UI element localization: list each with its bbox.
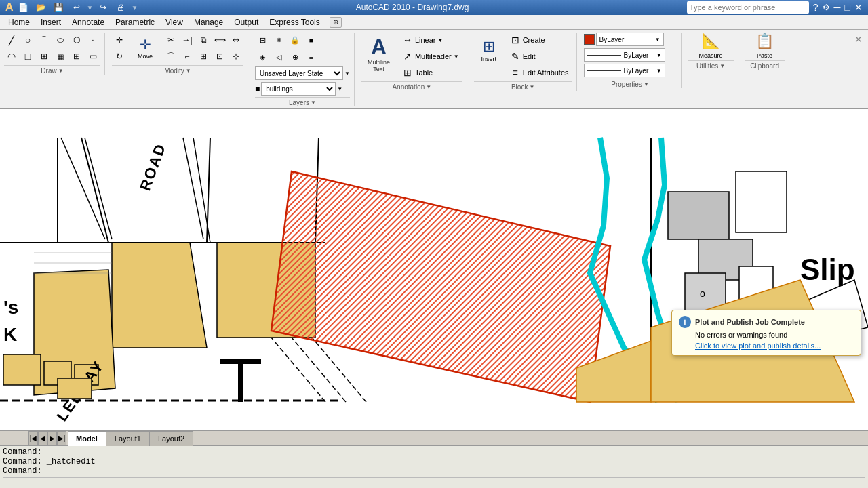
properties-expand-icon[interactable]: ▼: [644, 81, 649, 87]
explode-icon[interactable]: ⊹: [229, 49, 243, 64]
tab-layout2[interactable]: Layout2: [150, 431, 193, 446]
undo-icon[interactable]: ↩: [69, 0, 84, 15]
layer-name-dropdown[interactable]: buildings: [261, 82, 336, 96]
polyline-icon[interactable]: ⌒: [37, 33, 52, 47]
tab-last-icon[interactable]: ▶|: [57, 431, 66, 446]
tab-layout1[interactable]: Layout1: [106, 431, 150, 446]
layer-walk-icon[interactable]: ⊕: [288, 49, 302, 64]
ribbon-close-icon[interactable]: ✕: [854, 34, 863, 45]
ellipse-icon[interactable]: ⬭: [53, 33, 68, 47]
multileader-dropdown-icon[interactable]: ▼: [454, 54, 459, 60]
arc-icon[interactable]: ◠: [4, 49, 19, 64]
menu-output[interactable]: Output: [229, 16, 264, 28]
stretch-icon[interactable]: ⇔: [229, 33, 243, 47]
tab-model[interactable]: Model: [68, 431, 106, 446]
layer-state-icon[interactable]: ◈: [255, 49, 270, 64]
properties-controls: ByLayer ▼ ByLayer ▼: [584, 33, 677, 77]
array-icon[interactable]: ⊞: [196, 49, 211, 64]
move-big-icon[interactable]: ✛: [140, 37, 151, 53]
cmd-input[interactable]: [3, 481, 865, 489]
extend-icon[interactable]: →|: [180, 33, 195, 47]
tab-prev-icon[interactable]: ◀: [38, 431, 47, 446]
fillet-icon[interactable]: ⌒: [163, 49, 178, 64]
open-file-icon[interactable]: 📂: [34, 0, 49, 15]
menu-annotate[interactable]: Annotate: [66, 16, 110, 28]
draw-expand-icon[interactable]: ▼: [58, 68, 64, 74]
print-icon[interactable]: 🖨: [113, 0, 128, 15]
linetype-dropdown[interactable]: ByLayer ▼: [584, 48, 665, 62]
layer-color-icon[interactable]: ■: [304, 33, 319, 47]
rectangle-icon[interactable]: □: [20, 49, 35, 64]
maximize-btn[interactable]: □: [845, 2, 850, 13]
layer-props-icon[interactable]: ⊟: [255, 33, 270, 47]
mirror-icon[interactable]: ⟺: [212, 33, 227, 47]
layers-expand-icon[interactable]: ▼: [311, 100, 316, 106]
menu-view[interactable]: View: [160, 16, 189, 28]
circle-icon[interactable]: ○: [20, 33, 35, 47]
search-bar[interactable]: [687, 1, 809, 14]
menu-parametric[interactable]: Parametric: [110, 16, 160, 28]
point-icon[interactable]: ·: [85, 33, 100, 47]
table-icon[interactable]: ⊞: [69, 49, 84, 64]
insert-block-label: Insert: [481, 56, 496, 62]
minimize-btn[interactable]: ─: [834, 2, 841, 13]
gradient-icon[interactable]: ▦: [53, 49, 68, 64]
annotation-expand-icon[interactable]: ▼: [426, 84, 431, 90]
tab-first-icon[interactable]: |◀: [28, 431, 38, 446]
create-block-btn[interactable]: ⊡ Create: [507, 33, 572, 47]
close-clipboard-btn[interactable]: [859, 4, 865, 8]
svg-rect-30: [736, 171, 787, 232]
layer-freeze-icon[interactable]: ❄: [271, 33, 286, 47]
utilities-expand-icon[interactable]: ▼: [719, 63, 725, 69]
multiline-text-btn[interactable]: A MultilineText: [361, 33, 396, 76]
search-input[interactable]: [687, 3, 809, 12]
menu-home[interactable]: Home: [3, 16, 35, 28]
edit-attribs-btn[interactable]: ≡ Edit Attributes: [507, 65, 572, 80]
menu-express-tools[interactable]: Express Tools: [264, 16, 325, 28]
linear-dim-btn[interactable]: ↔ Linear ▼: [399, 33, 462, 47]
layer-match-icon[interactable]: ≡: [304, 49, 319, 64]
move-icon[interactable]: ✛: [112, 33, 127, 47]
layer-state-dropdown[interactable]: Unsaved Layer State: [255, 66, 343, 80]
block-expand-icon[interactable]: ▼: [529, 84, 534, 90]
tab-next-icon[interactable]: ▶: [47, 431, 57, 446]
rotate-icon[interactable]: ↻: [112, 49, 127, 64]
offset-icon[interactable]: ⊡: [212, 49, 227, 64]
layer-name-arrow[interactable]: ▼: [337, 86, 342, 92]
linear-dropdown-icon[interactable]: ▼: [438, 37, 443, 43]
trim-icon[interactable]: ✂: [163, 33, 178, 47]
chamfer-icon[interactable]: ⌐: [180, 49, 195, 64]
help-icon[interactable]: ?: [813, 2, 818, 13]
multileader-btn[interactable]: ↗ Multileader ▼: [399, 49, 462, 64]
measure-icon[interactable]: 📐: [702, 33, 720, 50]
drawing-canvas[interactable]: ROAD LEEWAY 's K o ◇ Slip: [0, 109, 868, 430]
undo-dropdown-icon[interactable]: ▼: [87, 4, 94, 12]
lineweight-dropdown[interactable]: ByLayer ▼: [584, 64, 665, 77]
redo-icon[interactable]: ↪: [96, 0, 111, 15]
modify-expand-icon[interactable]: ▼: [186, 68, 191, 74]
hatch-icon[interactable]: ⊞: [37, 49, 52, 64]
notification-link[interactable]: Click to view plot and publish details..…: [695, 342, 854, 350]
notification-link-text[interactable]: Click to view plot and publish details..…: [695, 342, 821, 350]
edit-block-btn[interactable]: ✎ Edit: [507, 49, 572, 64]
region-icon[interactable]: ⬡: [69, 33, 84, 47]
layer-lock-icon[interactable]: 🔒: [288, 33, 302, 47]
options-icon[interactable]: ⚙: [823, 3, 830, 12]
modify-label: Modify ▼: [112, 65, 243, 75]
insert-block-btn[interactable]: ⊞ Insert: [474, 33, 504, 68]
move-label: Move: [138, 53, 153, 60]
new-file-icon[interactable]: 📄: [16, 0, 31, 15]
line-icon[interactable]: ╱: [4, 33, 19, 47]
save-icon[interactable]: 💾: [52, 0, 66, 15]
copy-mod-icon[interactable]: ⧉: [196, 33, 211, 47]
color-dropdown[interactable]: ByLayer ▼: [596, 33, 664, 46]
table-btn[interactable]: ⊞ Table: [399, 65, 462, 80]
layer-state-arrow[interactable]: ▼: [344, 70, 350, 77]
print-dropdown-icon[interactable]: ▼: [131, 4, 138, 12]
menu-manage[interactable]: Manage: [189, 16, 229, 28]
wipeout-icon[interactable]: ▭: [85, 49, 100, 64]
tab-extra-icon[interactable]: ⊕: [330, 17, 342, 28]
paste-icon[interactable]: 📋: [755, 33, 774, 50]
menu-insert[interactable]: Insert: [35, 16, 66, 28]
layer-prev-icon[interactable]: ◁: [271, 49, 286, 64]
